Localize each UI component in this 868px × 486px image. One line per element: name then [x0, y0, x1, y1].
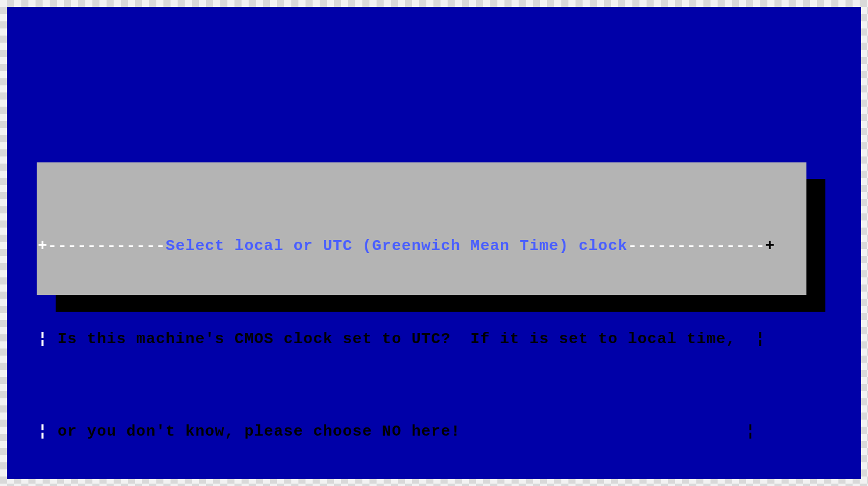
console-screen: +------------Select local or UTC (Greenw…	[7, 7, 861, 479]
clock-dialog: +------------Select local or UTC (Greenw…	[37, 162, 806, 295]
dialog-title: Select local or UTC (Greenwich Mean Time…	[166, 237, 628, 255]
dialog-top-border: +------------Select local or UTC (Greenw…	[37, 236, 806, 255]
dialog-message-row: ¦ Is this machine's CMOS clock set to UT…	[37, 330, 806, 348]
dialog-message-line1: Is this machine's CMOS clock set to UTC?…	[57, 330, 736, 348]
transparency-frame: +------------Select local or UTC (Greenw…	[0, 0, 868, 486]
dialog-message-line2: or you don't know, please choose NO here…	[57, 423, 461, 440]
dialog-message-row: ¦ or you don't know, please choose NO he…	[37, 422, 806, 441]
